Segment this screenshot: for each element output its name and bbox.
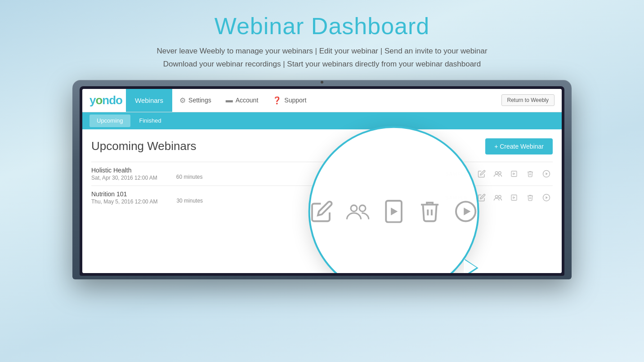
subtitle-line2: Download your webinar recordings | Start… bbox=[157, 58, 487, 71]
delete-icon-2[interactable] bbox=[524, 191, 537, 204]
content-area: Upcoming Webinars + Create Webinar Holis… bbox=[82, 129, 562, 273]
create-webinar-button[interactable]: + Create Webinar bbox=[485, 138, 553, 155]
svg-marker-7 bbox=[546, 172, 548, 175]
delete-icon-1[interactable] bbox=[524, 168, 537, 180]
recording-icon-2[interactable] bbox=[508, 191, 520, 204]
svg-marker-15 bbox=[546, 196, 548, 199]
laptop-frame: yondo Webinars ⚙ Settings ▬ Account ❓ bbox=[72, 80, 572, 279]
sub-tabs-bar: Upcoming Finished bbox=[82, 112, 562, 129]
subtitle-line1: Never leave Weebly to manage your webina… bbox=[157, 45, 487, 58]
mag-recording-icon bbox=[382, 200, 406, 223]
mag-edit-icon bbox=[310, 200, 334, 223]
svg-point-1 bbox=[498, 172, 501, 174]
attendees-icon-2[interactable] bbox=[492, 191, 504, 204]
webinar-date-1: Sat, Apr 30, 2016 12:00 AM bbox=[91, 175, 157, 181]
svg-rect-10 bbox=[511, 195, 517, 200]
svg-point-0 bbox=[495, 172, 498, 174]
laptop-camera bbox=[321, 81, 323, 84]
webinar-duration-1: 60 minutes bbox=[176, 174, 203, 181]
play-icon-1[interactable] bbox=[540, 168, 553, 180]
svg-marker-19 bbox=[391, 207, 398, 215]
settings-icon: ⚙ bbox=[179, 96, 186, 105]
content-header: Upcoming Webinars + Create Webinar bbox=[91, 138, 553, 155]
webinar-date-2: Thu, May 5, 2016 12:00 AM bbox=[91, 199, 157, 205]
nav-webinars[interactable]: Webinars bbox=[126, 89, 172, 112]
svg-marker-21 bbox=[464, 207, 470, 215]
webinar-duration-2: 30 minutes bbox=[176, 198, 203, 205]
svg-rect-2 bbox=[511, 171, 517, 177]
tab-upcoming[interactable]: Upcoming bbox=[89, 115, 130, 127]
laptop-screen: yondo Webinars ⚙ Settings ▬ Account ❓ bbox=[82, 89, 562, 273]
return-weebly-button[interactable]: Return to Weebly bbox=[501, 94, 555, 106]
page-main-title: Webinar Dashboard bbox=[157, 13, 487, 40]
account-icon: ▬ bbox=[226, 96, 233, 104]
svg-point-9 bbox=[498, 195, 501, 198]
mag-delete-icon bbox=[418, 200, 442, 223]
magnify-icons bbox=[310, 200, 478, 223]
app-navbar: yondo Webinars ⚙ Settings ▬ Account ❓ bbox=[82, 89, 562, 112]
svg-point-17 bbox=[359, 205, 366, 212]
support-icon: ❓ bbox=[273, 96, 282, 105]
svg-point-16 bbox=[351, 205, 357, 212]
nav-account[interactable]: ▬ Account bbox=[219, 89, 266, 112]
mag-attendees-icon bbox=[346, 200, 370, 223]
app-logo: yondo bbox=[89, 93, 126, 107]
play-icon-2[interactable] bbox=[540, 191, 553, 204]
edit-icon-1[interactable] bbox=[475, 168, 488, 180]
svg-point-8 bbox=[495, 195, 498, 198]
tab-finished[interactable]: Finished bbox=[132, 115, 169, 127]
recording-icon-1[interactable] bbox=[508, 168, 520, 180]
nav-support[interactable]: ❓ Support bbox=[265, 89, 313, 112]
page-title: Upcoming Webinars bbox=[91, 139, 197, 153]
attendees-icon-1[interactable] bbox=[492, 168, 504, 180]
nav-settings[interactable]: ⚙ Settings bbox=[172, 89, 219, 112]
magnify-pointer-inner bbox=[464, 260, 477, 273]
mag-play-icon bbox=[454, 200, 478, 223]
